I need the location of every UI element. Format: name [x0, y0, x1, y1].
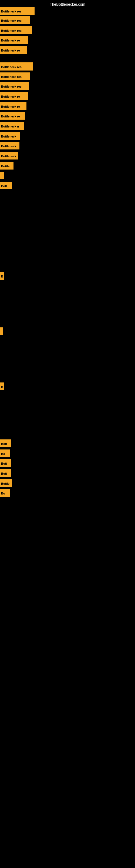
- bar-label: Bottleneck re: [0, 92, 28, 100]
- bar-label: Bottleneck re: [0, 102, 27, 110]
- bar-label: Bottleneck: [0, 132, 20, 140]
- bar-label: Bo: [0, 450, 10, 457]
- bar-label: Bottle: [0, 162, 13, 169]
- bar-label: Bottleneck res: [0, 26, 32, 34]
- bar-label: Bottleneck: [0, 142, 19, 150]
- bar-label: Bottleneck res: [0, 82, 29, 90]
- bar-label: [0, 172, 4, 179]
- bar-label: Bottleneck re: [0, 36, 28, 44]
- bar-label: Bottleneck res: [0, 62, 33, 70]
- bar-label: Bott: [0, 182, 12, 189]
- bar-label: Bottleneck res: [0, 72, 30, 80]
- bar-label: B: [0, 382, 4, 390]
- bar-label: Bottleneck re: [0, 46, 27, 54]
- bar-label: Bottle: [0, 479, 12, 487]
- bar-label: B: [0, 272, 4, 280]
- bar-label: Bott: [0, 469, 11, 477]
- bar-label: Bott: [0, 439, 11, 447]
- bar-label: [0, 328, 3, 335]
- bar-label: Bott: [0, 459, 11, 467]
- bar-label: Bo: [0, 489, 10, 497]
- bar-label: Bottleneck re: [0, 112, 25, 120]
- bar-label: Bottleneck: [0, 152, 18, 159]
- bar-label: Bottleneck res: [0, 16, 30, 24]
- bar-label: Bottleneck n: [0, 122, 24, 130]
- bar-label: Bottleneck res: [0, 7, 35, 15]
